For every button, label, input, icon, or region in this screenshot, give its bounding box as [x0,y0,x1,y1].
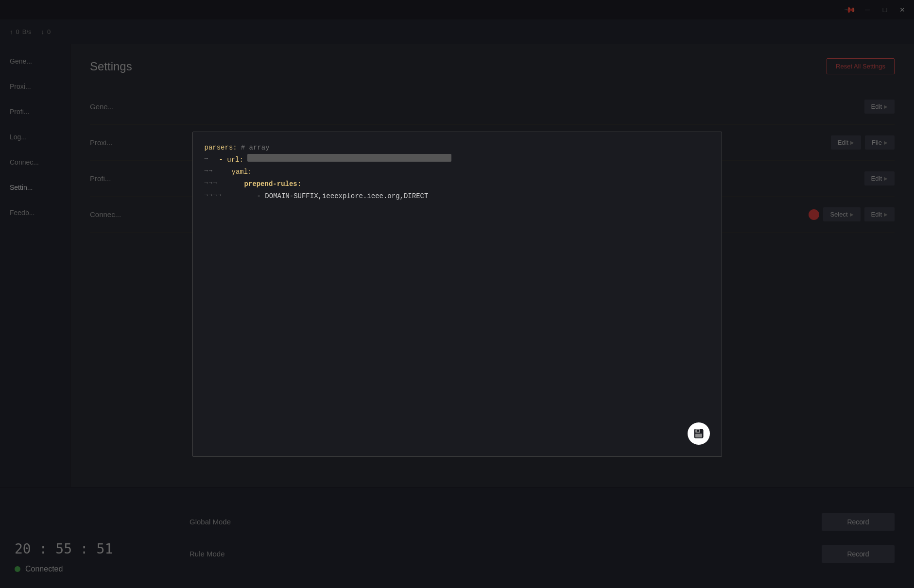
save-icon [693,428,704,439]
svg-rect-3 [697,430,699,432]
code-key-url: - url: [211,154,243,166]
code-line-5: → → → → - DOMAIN-SUFFIX,ieeexplore.ieee.… [205,190,710,202]
svg-rect-2 [695,434,702,437]
code-line-3: → → yaml: [205,166,710,178]
code-line-1: parsers: # array [205,142,710,154]
modal-overlay[interactable]: parsers: # array → - url: → → yaml: [0,0,914,588]
code-arrows-3: → → → [205,178,217,189]
code-value-domain-suffix: - DOMAIN-SUFFIX,ieeexplore.ieee.org,DIRE… [224,190,428,202]
code-key-yaml: yaml: [215,166,252,178]
save-button[interactable] [688,422,710,445]
code-blurred-value [247,154,451,162]
code-line-4: → → → prepend-rules: [205,178,710,190]
code-key-prepend-rules: prepend-rules: [220,178,301,190]
code-arrows-1: → [205,154,208,165]
code-line-2: → - url: [205,154,710,166]
code-arrows-2: → → [205,166,212,177]
code-editor[interactable]: parsers: # array → - url: → → yaml: [193,132,722,456]
code-modal: parsers: # array → - url: → → yaml: [192,132,722,457]
code-comment-array: # array [241,142,270,154]
code-arrows-4: → → → → [205,190,222,201]
code-key-parsers: parsers: [205,142,237,154]
